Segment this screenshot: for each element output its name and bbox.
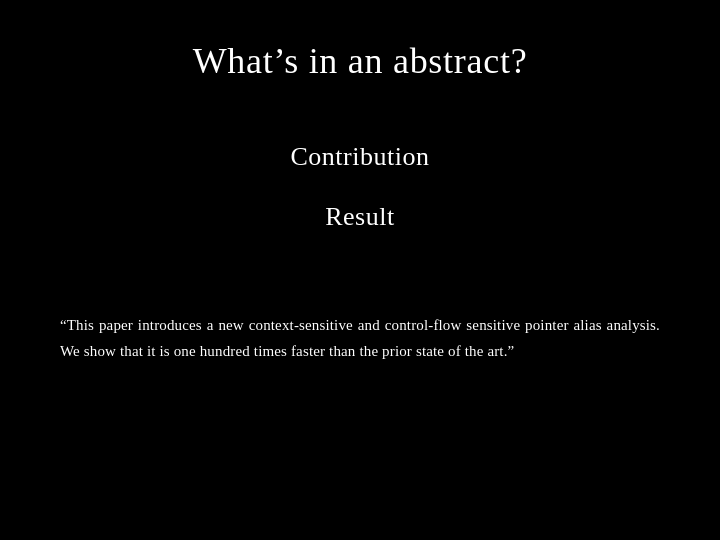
slide-title: What’s in an abstract? — [193, 40, 528, 82]
slide-point-result: Result — [325, 202, 395, 232]
slide-quote: “This paper introduces a new context-sen… — [60, 312, 660, 365]
slide-container: What’s in an abstract? Contribution Resu… — [0, 0, 720, 540]
slide-point-contribution: Contribution — [290, 142, 429, 172]
slide-points: Contribution Result — [290, 142, 429, 232]
